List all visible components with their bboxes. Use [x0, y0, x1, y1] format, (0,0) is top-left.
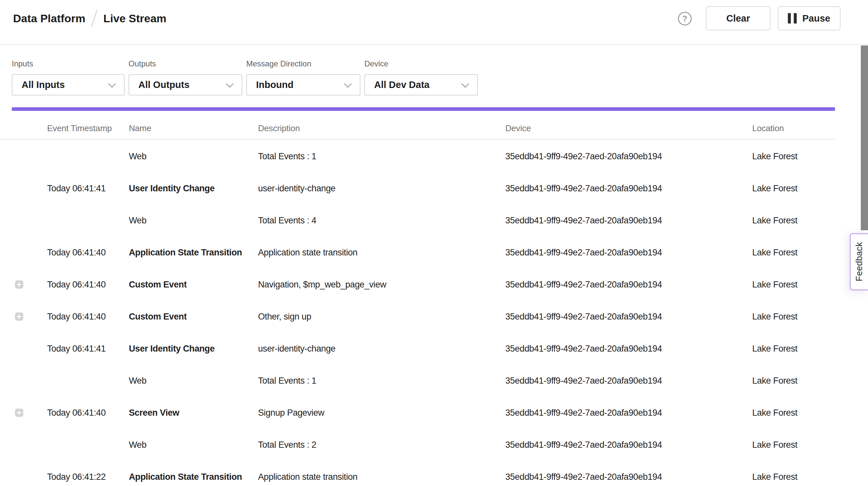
cell-description: Total Events : 1 [258, 376, 316, 386]
column-header-device: Device [505, 123, 531, 133]
filter-label-message-direction: Message Direction [246, 59, 361, 69]
column-header-location: Location [752, 123, 784, 133]
page-header: Data Platform Live Stream ? Clear Pause [0, 0, 868, 45]
chevron-down-icon [344, 80, 351, 88]
cell-location: Lake Forest [752, 376, 797, 386]
table-row: WebTotal Events : 235eddb41-9ff9-49e2-7a… [0, 429, 868, 461]
column-header-description: Description [258, 123, 300, 133]
cell-description: Signup Pageview [258, 408, 324, 418]
plus-icon [17, 314, 22, 319]
cell-name: Web [129, 151, 147, 161]
cell-timestamp: Today 06:41:40 [47, 408, 106, 418]
breadcrumb-separator-icon [91, 9, 97, 27]
cell-device: 35eddb41-9ff9-49e2-7aed-20afa90eb194 [505, 151, 662, 161]
device-select-value: All Dev Data [374, 80, 429, 90]
filter-outputs: Outputs All Outputs [128, 59, 242, 95]
breadcrumb: Data Platform Live Stream [13, 0, 166, 37]
cell-device: 35eddb41-9ff9-49e2-7aed-20afa90eb194 [505, 472, 662, 482]
table-row: Today 06:41:40Screen ViewSignup Pageview… [0, 397, 868, 429]
vertical-scrollbar[interactable] [861, 45, 868, 230]
outputs-select-value: All Outputs [138, 80, 189, 90]
cell-device: 35eddb41-9ff9-49e2-7aed-20afa90eb194 [505, 183, 662, 193]
cell-location: Lake Forest [752, 440, 797, 450]
live-stream-accent-bar [12, 107, 835, 111]
cell-description: Total Events : 4 [258, 215, 316, 226]
table-row: WebTotal Events : 135eddb41-9ff9-49e2-7a… [0, 140, 868, 172]
cell-name: Web [129, 215, 147, 226]
cell-name: User Identity Change [129, 344, 215, 354]
cell-name: Custom Event [129, 280, 187, 290]
feedback-tab-label: Feedback [854, 242, 864, 281]
breadcrumb-live-stream: Live Stream [103, 13, 166, 24]
column-header-event-timestamp: Event Timestamp [47, 123, 112, 133]
cell-location: Lake Forest [752, 215, 797, 226]
plus-icon [17, 411, 22, 415]
table-row: WebTotal Events : 435eddb41-9ff9-49e2-7a… [0, 204, 868, 237]
cell-device: 35eddb41-9ff9-49e2-7aed-20afa90eb194 [505, 280, 662, 290]
expand-row-button[interactable] [15, 281, 23, 289]
chevron-down-icon [108, 80, 116, 88]
chevron-down-icon [461, 80, 469, 88]
cell-name: Application State Transition [129, 472, 242, 482]
cell-description: Total Events : 1 [258, 151, 316, 161]
cell-location: Lake Forest [752, 312, 797, 322]
clear-button[interactable]: Clear [706, 6, 771, 30]
cell-device: 35eddb41-9ff9-49e2-7aed-20afa90eb194 [505, 376, 662, 386]
table-row: Today 06:41:40Custom EventOther, sign up… [0, 301, 868, 333]
message-direction-select-value: Inbound [256, 80, 293, 90]
cell-name: User Identity Change [129, 183, 215, 193]
cell-timestamp: Today 06:41:40 [47, 280, 106, 290]
cell-timestamp: Today 06:41:22 [47, 472, 106, 482]
cell-timestamp: Today 06:41:41 [47, 344, 106, 354]
cell-description: Application state transition [258, 472, 358, 482]
cell-location: Lake Forest [752, 344, 797, 354]
pause-button[interactable]: Pause [778, 6, 840, 30]
device-select[interactable]: All Dev Data [364, 74, 478, 95]
cell-location: Lake Forest [752, 408, 797, 418]
cell-description: user-identity-change [258, 183, 336, 193]
filter-label-outputs: Outputs [128, 59, 242, 69]
column-header-name: Name [129, 123, 151, 133]
table-row: Today 06:41:22Application State Transiti… [0, 461, 868, 486]
table-row: WebTotal Events : 135eddb41-9ff9-49e2-7a… [0, 365, 868, 397]
cell-name: Screen View [129, 408, 179, 418]
cell-name: Web [129, 440, 147, 450]
pause-button-label: Pause [802, 13, 830, 24]
cell-description: Application state transition [258, 248, 358, 258]
cell-location: Lake Forest [752, 280, 797, 290]
expand-row-button[interactable] [15, 409, 23, 417]
cell-location: Lake Forest [752, 151, 797, 161]
expand-row-button[interactable] [15, 313, 23, 321]
cell-name: Web [129, 376, 147, 386]
filter-label-device: Device [364, 59, 478, 69]
table-body: WebTotal Events : 135eddb41-9ff9-49e2-7a… [0, 140, 868, 486]
cell-location: Lake Forest [752, 472, 797, 482]
plus-icon [17, 282, 22, 287]
cell-description: user-identity-change [258, 344, 336, 354]
cell-device: 35eddb41-9ff9-49e2-7aed-20afa90eb194 [505, 440, 662, 450]
message-direction-select[interactable]: Inbound [246, 74, 361, 95]
chevron-down-icon [226, 80, 234, 88]
cell-device: 35eddb41-9ff9-49e2-7aed-20afa90eb194 [505, 312, 662, 322]
filter-device: Device All Dev Data [364, 59, 478, 95]
cell-name: Custom Event [129, 312, 187, 322]
table-header: Event Timestamp Name Description Device … [0, 117, 835, 140]
cell-location: Lake Forest [752, 248, 797, 258]
filter-label-inputs: Inputs [12, 59, 125, 69]
breadcrumb-data-platform[interactable]: Data Platform [13, 13, 85, 24]
cell-name: Application State Transition [129, 248, 242, 258]
inputs-select-value: All Inputs [22, 80, 65, 90]
cell-location: Lake Forest [752, 183, 797, 193]
filter-message-direction: Message Direction Inbound [246, 59, 361, 95]
feedback-tab[interactable]: Feedback [850, 233, 868, 291]
table-row: Today 06:41:40Application State Transiti… [0, 237, 868, 269]
inputs-select[interactable]: All Inputs [12, 74, 125, 95]
help-icon[interactable]: ? [678, 12, 692, 26]
filter-inputs: Inputs All Inputs [12, 59, 125, 95]
cell-timestamp: Today 06:41:40 [47, 248, 106, 258]
cell-device: 35eddb41-9ff9-49e2-7aed-20afa90eb194 [505, 408, 662, 418]
cell-device: 35eddb41-9ff9-49e2-7aed-20afa90eb194 [505, 215, 662, 226]
table-row: Today 06:41:41User Identity Changeuser-i… [0, 172, 868, 204]
cell-device: 35eddb41-9ff9-49e2-7aed-20afa90eb194 [505, 248, 662, 258]
outputs-select[interactable]: All Outputs [128, 74, 242, 95]
